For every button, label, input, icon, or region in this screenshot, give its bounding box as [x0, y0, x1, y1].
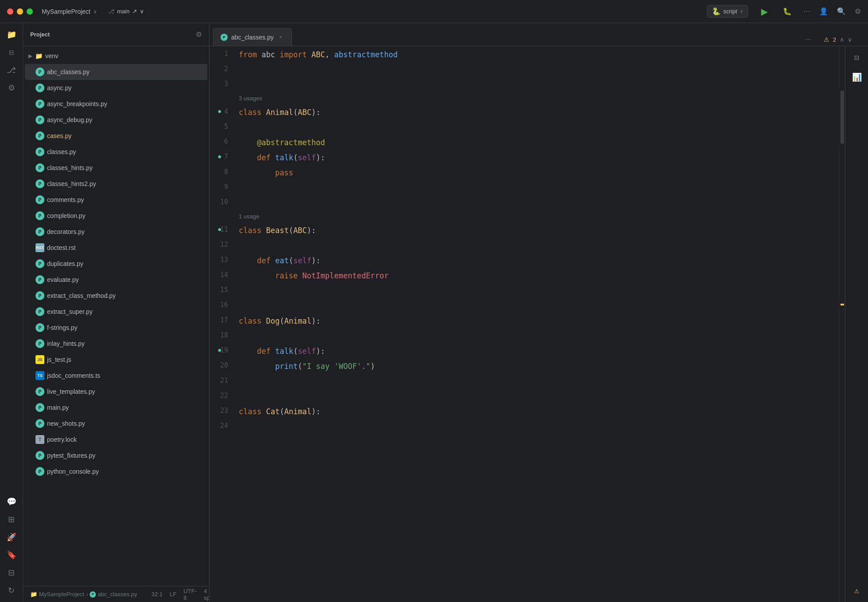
- sidebar-settings-icon[interactable]: ⚙: [196, 30, 202, 39]
- right-panel-warning-icon[interactable]: ⚠: [849, 582, 865, 598]
- more-button[interactable]: ⋯: [803, 7, 810, 16]
- encoding-label: UTF-8: [184, 588, 197, 601]
- sidebar-item-decorators[interactable]: P decorators.py: [25, 224, 207, 240]
- project-title[interactable]: MySampleProject ∨: [42, 8, 97, 15]
- python-file-icon: P: [36, 291, 44, 300]
- sidebar-item-completion[interactable]: P completion.py: [25, 208, 207, 224]
- tab-py-icon: P: [221, 34, 228, 41]
- sidebar-item-async-debug[interactable]: P async_debug.py: [25, 112, 207, 128]
- activity-rocket-icon[interactable]: 🚀: [4, 529, 20, 545]
- line-number-6: 6: [209, 134, 232, 149]
- line-number-23: 23: [209, 403, 232, 418]
- usage-hint-beast[interactable]: 1 usage: [232, 210, 839, 223]
- maximize-button[interactable]: [27, 8, 33, 15]
- code-line-13: def eat ( self ):: [232, 253, 839, 268]
- sidebar-item-label: jsdoc_comments.ts: [47, 372, 100, 379]
- sidebar-item-async[interactable]: P async.py: [25, 80, 207, 96]
- line-ending[interactable]: LF: [170, 591, 176, 598]
- breadcrumb[interactable]: 📁 MySampleProject › P abc_classes.py: [30, 591, 137, 598]
- keyword-def-3: def: [257, 344, 271, 359]
- sidebar-item-new-shots[interactable]: P new_shots.py: [25, 416, 207, 432]
- encoding[interactable]: UTF-8: [184, 588, 197, 601]
- indent-setting[interactable]: 4 spaces: [204, 588, 209, 601]
- code-area[interactable]: from abc import ABC , abstractmethod 3 u…: [232, 46, 839, 602]
- sidebar-item-async-breakpoints[interactable]: P async_breakpoints.py: [25, 96, 207, 112]
- sidebar-item-doctest[interactable]: RST doctest.rst: [25, 240, 207, 256]
- sidebar-header: Project ⚙: [23, 23, 209, 46]
- code-line-7: def talk ( self ):: [232, 150, 839, 165]
- activity-terminal-icon[interactable]: ⊟: [4, 565, 20, 581]
- breadcrumb-separator: ›: [86, 591, 88, 598]
- sidebar-item-comments[interactable]: P comments.py: [25, 192, 207, 208]
- usage-hint-animal[interactable]: 3 usages: [232, 92, 839, 105]
- sidebar-item-label: extract_class_method.py: [47, 292, 116, 299]
- editor-scrollbar[interactable]: [839, 46, 845, 602]
- sidebar-item-classes[interactable]: P classes.py: [25, 144, 207, 160]
- activity-extensions-icon[interactable]: ⚙: [4, 80, 20, 96]
- minimize-button[interactable]: [17, 8, 23, 15]
- activity-folder-icon[interactable]: 📁: [4, 27, 20, 43]
- activity-chat-icon[interactable]: 💬: [4, 494, 20, 510]
- sidebar-item-live-templates[interactable]: P live_templates.py: [25, 384, 207, 400]
- line-number-12: 12: [209, 237, 232, 252]
- close-button[interactable]: [7, 8, 13, 15]
- self-keyword-2: self: [293, 253, 312, 268]
- line-number-15: 15: [209, 282, 232, 297]
- sidebar-item-label: decorators.py: [47, 228, 85, 235]
- tab-abc-classes[interactable]: P abc_classes.py ×: [213, 28, 292, 46]
- fn-print: print: [275, 359, 298, 374]
- tab-actions: ⋯: [805, 36, 811, 46]
- right-panel-structure-icon[interactable]: ⊟: [849, 50, 865, 66]
- activity-layers-icon[interactable]: ⊞: [4, 511, 20, 527]
- activity-search-icon[interactable]: ⊟: [4, 44, 20, 60]
- sidebar-item-classes-hints[interactable]: P classes_hints.py: [25, 160, 207, 176]
- sidebar-item-js-test[interactable]: JS js_test.js: [25, 352, 207, 368]
- sidebar-item-poetry-lock[interactable]: T poetry.lock: [25, 432, 207, 448]
- line-number-1: 1: [209, 46, 232, 61]
- warning-triangle-icon: ⚠: [824, 36, 829, 43]
- sidebar-item-cases[interactable]: P cases.py: [25, 128, 207, 144]
- sidebar-item-evaluate[interactable]: P evaluate.py: [25, 272, 207, 288]
- code-line-17: class Dog ( Animal ):: [232, 313, 839, 329]
- activity-bookmark-icon[interactable]: 🔖: [4, 547, 20, 563]
- python-icon: 🐍: [712, 7, 721, 16]
- branch-info[interactable]: ⎇ main ↗ ∨: [108, 8, 144, 15]
- tab-more-icon[interactable]: ⋯: [805, 36, 811, 43]
- sidebar-item-extract-class[interactable]: P extract_class_method.py: [25, 288, 207, 304]
- sidebar-item-label: main.py: [47, 404, 69, 411]
- sidebar-item-venv[interactable]: ▶ 📁 venv: [25, 48, 207, 64]
- sidebar-item-jsdoc[interactable]: TS jsdoc_comments.ts: [25, 368, 207, 384]
- sidebar-item-classes-hints2[interactable]: P classes_hints2.py: [25, 176, 207, 192]
- debug-button[interactable]: 🐛: [780, 4, 794, 19]
- sidebar-item-extract-super[interactable]: P extract_super.py: [25, 304, 207, 320]
- sidebar-item-abc-classes[interactable]: P abc_classes.py: [25, 64, 207, 80]
- sidebar-item-main[interactable]: P main.py: [25, 400, 207, 416]
- line-number-24: 24: [209, 418, 232, 433]
- settings-button[interactable]: ⚙: [855, 7, 861, 16]
- python-file-icon: P: [36, 195, 44, 204]
- chevron-down-icon[interactable]: ∨: [848, 36, 852, 43]
- sidebar-item-pytest[interactable]: P pytest_fixtures.py: [25, 448, 207, 463]
- sidebar-item-inlay-hints[interactable]: P inlay_hints.py: [25, 336, 207, 352]
- scrollbar-thumb[interactable]: [840, 91, 844, 144]
- keyword-pass: pass: [275, 165, 293, 180]
- activity-vcs-icon[interactable]: ↻: [4, 582, 20, 598]
- usage-count-beast-label: 1 usage: [239, 209, 259, 224]
- tab-close-button[interactable]: ×: [277, 34, 284, 41]
- sidebar-item-fstrings[interactable]: P f-strings.py: [25, 320, 207, 336]
- code-line-20: print ( "I say 'WOOF'." ): [232, 359, 839, 374]
- run-button[interactable]: ▶: [757, 4, 771, 19]
- script-button[interactable]: 🐍 script ∨: [707, 5, 748, 18]
- account-icon: 👤: [819, 8, 828, 15]
- code-line-10: [232, 195, 839, 210]
- sidebar-item-duplicates[interactable]: P duplicates.py: [25, 256, 207, 272]
- search-button[interactable]: 🔍: [837, 7, 846, 16]
- chevron-up-icon[interactable]: ∧: [840, 36, 844, 43]
- keyword-def-2: def: [257, 253, 271, 268]
- class-ABC: ABC: [312, 47, 325, 62]
- right-panel-chart-icon[interactable]: 📊: [849, 69, 865, 85]
- activity-git-icon[interactable]: ⎇: [4, 62, 20, 78]
- sidebar-item-python-console[interactable]: P python_console.py: [25, 463, 207, 479]
- cursor-position[interactable]: 32:1: [151, 591, 162, 598]
- account-button[interactable]: 👤: [819, 7, 828, 16]
